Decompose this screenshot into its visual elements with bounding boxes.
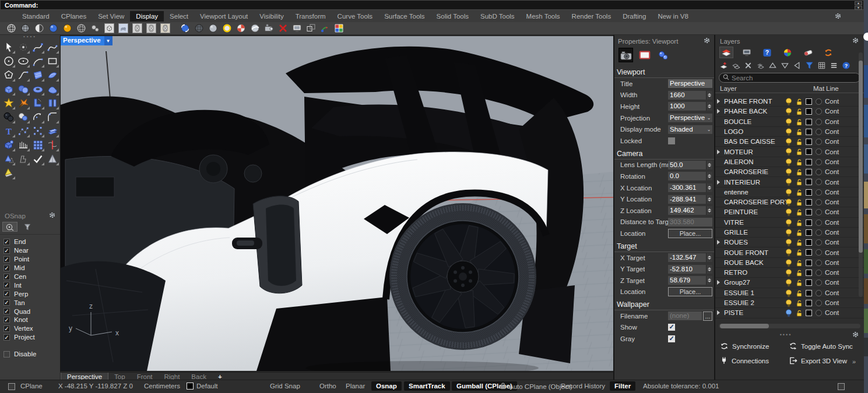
layer-material-circle[interactable] <box>816 199 822 206</box>
display-capsule-3-icon[interactable] <box>160 23 170 34</box>
layer-visibility-bulb-icon[interactable] <box>785 158 792 168</box>
status-grid-snap[interactable]: Grid Snap <box>270 383 300 390</box>
layer-color-swatch[interactable] <box>806 189 812 196</box>
expand-arrow-icon[interactable] <box>717 109 720 114</box>
edit-points-tool[interactable] <box>17 125 30 137</box>
expand-arrow-icon[interactable] <box>717 180 720 185</box>
menu-item-surface-tools[interactable]: Surface Tools <box>378 11 430 22</box>
osnap-checkbox-near[interactable]: ✓ <box>3 247 10 254</box>
surface-3pt-tool[interactable] <box>31 69 44 82</box>
layer-lock-icon[interactable] <box>796 148 803 157</box>
display-tab[interactable] <box>740 47 753 58</box>
layer-color-swatch[interactable] <box>806 179 812 185</box>
layer-row-phare-back[interactable]: PHARE BACKCont <box>715 107 864 116</box>
layer-material-circle[interactable] <box>816 310 822 316</box>
number-input[interactable]: 1000 <box>668 102 706 111</box>
layer-linetype[interactable]: Cont <box>825 108 839 115</box>
layers-tab[interactable] <box>720 47 733 58</box>
layer-color-swatch[interactable] <box>806 148 812 155</box>
layer-visibility-bulb-icon[interactable] <box>785 178 792 187</box>
layer-visibility-bulb-icon[interactable] <box>785 98 792 107</box>
rectangle-tool[interactable] <box>46 55 59 68</box>
text-input[interactable]: Perspective <box>668 79 712 88</box>
layer-linetype[interactable]: Cont <box>825 208 839 215</box>
layer-material-circle[interactable] <box>816 300 822 306</box>
layer-linetype[interactable]: Cont <box>825 249 839 256</box>
osnap-snaps-tab[interactable] <box>2 222 17 232</box>
control-points-on-tool[interactable] <box>31 125 44 137</box>
osnap-filter-tab[interactable] <box>20 222 35 232</box>
filter-icon[interactable] <box>804 61 814 70</box>
object-tab[interactable] <box>656 48 670 62</box>
dice-boxes-icon[interactable] <box>305 23 316 34</box>
layer-lock-icon[interactable] <box>796 219 803 228</box>
spinner-buttons[interactable] <box>706 183 712 192</box>
delete-layer-icon[interactable] <box>743 61 753 70</box>
layer-visibility-bulb-icon[interactable] <box>785 269 792 278</box>
menu-item-display[interactable]: Display <box>130 11 164 22</box>
layer-lock-icon[interactable] <box>796 108 803 116</box>
menu-item-solid-tools[interactable]: Solid Tools <box>431 11 475 22</box>
color-grid-icon[interactable] <box>333 23 344 34</box>
osnap-checkbox-cen[interactable]: ✓ <box>3 274 10 280</box>
gear-icon[interactable] <box>852 37 859 45</box>
viewport-title-label[interactable]: Perspective ▼ <box>61 36 113 45</box>
layer-material-circle[interactable] <box>816 239 822 246</box>
number-input[interactable]: -300.361 <box>668 183 706 192</box>
section-tool[interactable] <box>46 139 59 151</box>
layer-lock-icon[interactable] <box>796 129 803 137</box>
checkbox-gray[interactable]: ✓ <box>668 335 675 342</box>
fillet-corner-tool[interactable] <box>46 111 59 123</box>
layer-visibility-bulb-icon[interactable] <box>785 199 792 208</box>
layer-material-circle[interactable] <box>816 139 822 145</box>
menu-item-curve-tools[interactable]: Curve Tools <box>332 11 379 22</box>
status-record-history[interactable]: Record History <box>561 383 605 390</box>
status-absolute-tolerance-0-001[interactable]: Absolute tolerance: 0.001 <box>643 383 719 390</box>
layer-color-swatch[interactable] <box>806 209 812 215</box>
number-input[interactable]: 149.462 <box>668 206 706 215</box>
text-object-tool[interactable]: T <box>2 125 15 137</box>
number-input[interactable]: -288.941 <box>668 195 706 204</box>
spinner-buttons[interactable] <box>706 172 712 180</box>
layer-lock-icon[interactable] <box>796 199 803 207</box>
expand-arrow-icon[interactable] <box>717 150 720 154</box>
osnap-checkbox-project[interactable]: ✓ <box>3 334 10 341</box>
new-layer-icon[interactable] <box>719 61 729 70</box>
layer-linetype[interactable]: Cont <box>825 269 839 276</box>
layer-material-circle[interactable] <box>816 219 822 226</box>
layer-visibility-bulb-icon[interactable] <box>785 249 792 258</box>
expand-arrow-icon[interactable] <box>717 99 720 104</box>
layer-search[interactable] <box>719 73 860 83</box>
osnap-checkbox-disable[interactable] <box>3 351 10 357</box>
gear-icon[interactable] <box>852 331 859 339</box>
layer-linetype[interactable]: Cont <box>825 168 839 175</box>
surface-wave-tool[interactable] <box>46 83 59 95</box>
panel-menu-icon[interactable] <box>829 61 839 70</box>
status-planar[interactable]: Planar <box>346 383 365 390</box>
layer-lock-icon[interactable] <box>796 300 803 308</box>
layer-linetype[interactable]: Cont <box>825 98 839 105</box>
cone-split-tool[interactable] <box>46 153 59 165</box>
layer-material-circle[interactable] <box>816 189 822 196</box>
layer-material-circle[interactable] <box>816 108 822 115</box>
control-point-curve-tool[interactable] <box>31 41 44 54</box>
connections-button[interactable]: Connections <box>720 356 789 366</box>
number-input[interactable]: 50.0 <box>668 161 706 169</box>
layer-linetype[interactable]: Cont <box>825 309 839 316</box>
color-tab[interactable] <box>781 47 794 58</box>
layer-color-swatch[interactable] <box>806 290 812 296</box>
spinner-buttons[interactable] <box>706 161 712 169</box>
layer-visibility-bulb-icon[interactable] <box>785 259 792 268</box>
layer-linetype[interactable]: Cont <box>825 279 839 286</box>
layer-lock-icon[interactable] <box>796 239 803 247</box>
expand-arrow-icon[interactable] <box>717 280 720 285</box>
select-arrow-tool[interactable] <box>2 41 15 54</box>
status-filter[interactable]: Filter <box>610 381 635 391</box>
layer-material-circle[interactable] <box>816 270 822 276</box>
rotate-view-sphere-icon[interactable] <box>180 23 190 34</box>
layer-visibility-bulb-icon[interactable] <box>785 138 792 147</box>
layer-color-swatch[interactable] <box>806 199 812 206</box>
boolean-union-tool[interactable] <box>2 111 15 123</box>
surface-bend-tool[interactable] <box>46 69 59 82</box>
spin-down-icon[interactable]: ▼ <box>855 6 862 10</box>
